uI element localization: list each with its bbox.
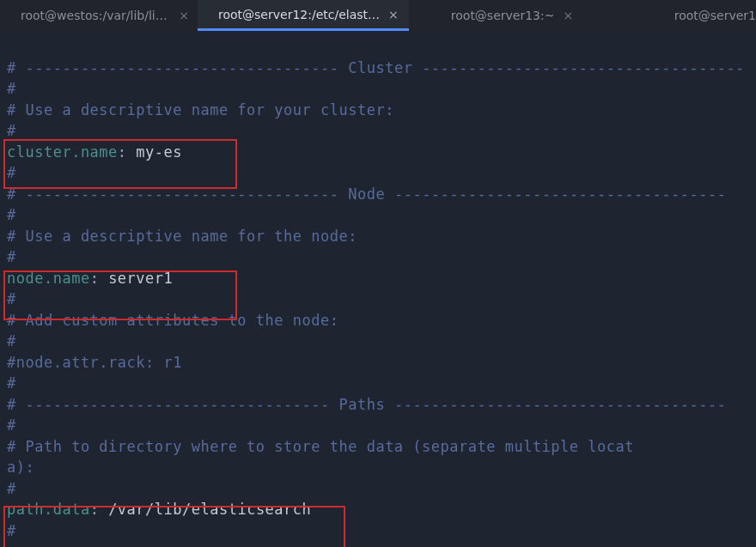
node-attr-line: #node.attr.rack: r1: [7, 354, 182, 371]
comment-paths-desc-1: # Path to directory where to store the d…: [7, 438, 634, 455]
node-name-line: node.name: server1: [7, 270, 173, 287]
comment-line: #: [7, 248, 16, 265]
comment-cluster-desc: # Use a descriptive name for your cluste…: [7, 101, 394, 119]
tab-title: root@server12:/etc/elast…: [218, 8, 380, 21]
tab-server13[interactable]: root@server13:~ ×: [409, 0, 615, 31]
comment-paths-desc-2: a):: [7, 459, 34, 476]
close-icon[interactable]: ×: [563, 9, 573, 22]
section-header-paths: # --------------------------------- Path…: [7, 396, 726, 413]
section-header-cluster: # ---------------------------------- Clu…: [7, 59, 745, 76]
comment-node-desc: # Use a descriptive name for the node:: [7, 228, 357, 245]
config-value: /var/lib/elasticsearch: [108, 501, 311, 518]
config-value: my-es: [136, 143, 182, 161]
path-data-line: path.data: /var/lib/elasticsearch: [7, 501, 311, 518]
tab-westos[interactable]: root@westos:/var/lib/lib… ×: [0, 0, 198, 31]
comment-attr-desc: # Add custom attributes to the node:: [7, 312, 338, 329]
tab-server12[interactable]: root@server12:/etc/elast… ×: [198, 0, 409, 31]
colon: :: [90, 270, 100, 287]
comment-line: #: [7, 374, 16, 392]
editor-content[interactable]: # ---------------------------------- Clu…: [0, 31, 756, 547]
comment-line: #: [7, 416, 16, 434]
config-value: server1: [108, 270, 173, 287]
config-key: cluster.name: [7, 143, 118, 161]
close-icon[interactable]: ×: [388, 8, 399, 21]
cluster-name-line: cluster.name: my-es: [7, 143, 182, 161]
tab-title: root@server13:~: [451, 9, 555, 22]
comment-line: #: [7, 290, 16, 307]
colon: :: [118, 143, 127, 161]
config-key: node.name: [7, 270, 90, 287]
comment-line: #: [7, 164, 16, 181]
comment-line: #: [7, 480, 16, 497]
tab-server1[interactable]: root@server1: [615, 0, 756, 31]
colon: :: [90, 501, 100, 518]
close-icon[interactable]: ×: [179, 9, 189, 22]
comment-line: #: [7, 206, 16, 223]
comment-line: #: [7, 332, 16, 349]
comment-line: #: [7, 80, 16, 97]
tab-title: root@westos:/var/lib/lib…: [21, 9, 170, 22]
tab-title: root@server1: [674, 9, 756, 22]
section-header-node: # ---------------------------------- Nod…: [7, 185, 726, 203]
comment-line: #: [7, 522, 16, 539]
tab-bar: root@westos:/var/lib/lib… × root@server1…: [0, 0, 756, 31]
config-key: path.data: [7, 501, 90, 518]
comment-line: #: [7, 122, 16, 139]
